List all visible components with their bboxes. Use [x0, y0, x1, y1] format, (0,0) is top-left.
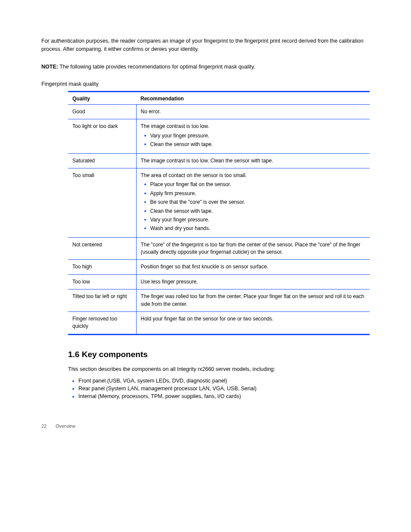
list-item: Front panel (USB, VGA, system LEDs, DVD,… [68, 378, 370, 384]
list-item: Be sure that the "core" is over the sens… [141, 199, 366, 206]
table-row: Too low Use less finger pressure. [68, 274, 370, 289]
section-intro: This section describes the components on… [68, 365, 370, 373]
recommendation-cell: Position finger so that first knuckle is… [136, 260, 370, 274]
recommendation-cell: The "core" of the fingerprint is too far… [136, 237, 370, 260]
list-item: Vary your finger pressure. [141, 216, 366, 224]
list-item: Apply firm pressure. [141, 190, 366, 197]
quality-cell: Too high [68, 260, 136, 274]
table-row: Too light or too dark The image contrast… [68, 119, 370, 153]
quality-cell: Too light or too dark [68, 119, 136, 153]
quality-cell: Finger removed too quickly [68, 312, 136, 334]
col-header-quality: Quality [68, 92, 136, 105]
list-item: Clean the sensor with tape. [141, 141, 366, 148]
recommendation-cell: Hold your finger flat on the sensor for … [136, 312, 370, 334]
recommendation-cell: The area of contact on the sensor is too… [136, 168, 370, 237]
quality-cell: Saturated [68, 153, 136, 168]
list-item: Rear panel (System LAN, management proce… [68, 386, 370, 392]
recommendation-cell: The finger was rolled too far from the c… [136, 289, 370, 312]
table-row: Too high Position finger so that first k… [68, 260, 370, 274]
list-item: Internal (Memory, processors, TPM, power… [68, 393, 370, 399]
page-number: 22 [41, 423, 54, 429]
section-heading: 1.6 Key components [68, 350, 370, 359]
page-footer: 22 Overview [41, 423, 370, 429]
recommendation-cell: The image contrast is too low. Vary your… [136, 119, 370, 153]
table-header-row: Quality Recommendation [68, 92, 370, 105]
note-body: The following table provides recommendat… [59, 64, 255, 70]
recommendation-cell: The image contrast is too low. Clean the… [136, 153, 370, 168]
table-row: Saturated The image contrast is too low.… [68, 153, 370, 168]
list-item: Wash and dry your hands. [141, 225, 366, 232]
list-item: Place your finger flat on the sensor. [141, 181, 366, 188]
list-item: Clean the sensor with tape. [141, 208, 366, 215]
footer-title: Overview [56, 423, 75, 429]
quality-cell: Not centered [68, 237, 136, 260]
component-list: Front panel (USB, VGA, system LEDs, DVD,… [68, 378, 370, 399]
section-title: Key components [82, 350, 148, 359]
note-label: NOTE: [41, 64, 58, 70]
quality-cell: Too low [68, 274, 136, 289]
recommendation-cell: No error. [136, 105, 370, 119]
note-paragraph: NOTE: The following table provides recom… [41, 63, 370, 71]
section-number: 1.6 [68, 350, 79, 359]
spec-table: Quality Recommendation Good No error. To… [68, 91, 370, 335]
table-row: Finger removed too quickly Hold your fin… [68, 312, 370, 334]
quality-cell: Tilted too far left or right [68, 289, 136, 312]
col-header-recommendation: Recommendation [136, 92, 370, 105]
lead-paragraph: For authentication purposes, the reader … [41, 37, 370, 53]
table-row: Not centered The "core" of the fingerpri… [68, 237, 370, 260]
quality-cell: Too small [68, 168, 136, 237]
list-item: Vary your finger pressure. [141, 132, 366, 140]
table-row: Good No error. [68, 105, 370, 119]
table-row: Tilted too far left or right The finger … [68, 289, 370, 312]
table-caption: Fingerprint mask quality [41, 80, 370, 88]
quality-cell: Good [68, 105, 136, 119]
recommendation-cell: Use less finger pressure. [136, 274, 370, 289]
table-row: Too small The area of contact on the sen… [68, 168, 370, 237]
